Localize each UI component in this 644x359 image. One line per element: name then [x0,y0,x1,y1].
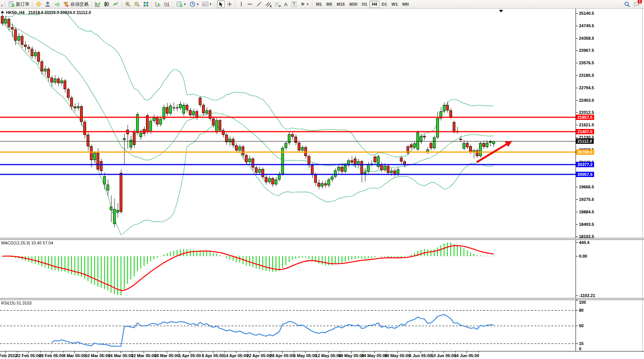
line-chart-icon [113,1,119,7]
timeframe-button-m15[interactable]: M15 [334,1,347,8]
signals-button[interactable] [53,0,61,8]
rsi-canvas[interactable] [0,300,576,351]
auto-scroll-icon [155,1,161,7]
price-tick-label: 24749.5 [579,23,594,28]
macd-pane: 440.40.00-1102.21 MACD(12,26,9) 10.45 57… [0,240,644,298]
time-tick [294,351,294,353]
text-label-letter: T [292,1,296,7]
price-tick-label: 25140.5 [579,11,594,16]
rsi-tick-label: 0 [579,347,581,351]
text-tool-button[interactable]: A [282,0,290,8]
price-tick-label: 18102.5 [579,234,594,238]
price-tick [576,38,578,39]
search-button[interactable] [623,0,632,8]
time-label: 28 Mar 05:00 [154,353,179,358]
time-label: 16 Feb 2022 [0,353,17,358]
price-level-tag: 21112.0 [576,138,594,144]
time-label: 6 Jun 05:00 [409,353,432,358]
candlestick-mode-button[interactable] [102,0,111,8]
timeframe-button-mn[interactable]: MN [400,1,411,8]
price-chart-canvas[interactable] [0,9,576,238]
bar-chart-mode-button[interactable] [93,0,102,8]
timeframe-button-m30[interactable]: M30 [347,1,360,8]
macd-tick-label: 440.4 [579,240,590,245]
line-chart-mode-button[interactable] [112,0,120,8]
rsi-tick-label: 80 [579,308,583,312]
dropdown-caret-icon: ▼ [209,3,212,6]
timeframe-button-m5[interactable]: M5 [324,1,334,8]
dropdown-caret-icon: ▼ [306,3,309,6]
toolbar-separator [173,1,174,8]
macd-canvas[interactable] [0,240,576,298]
text-label-tool-button[interactable]: T [290,0,298,8]
trendline-tool-button[interactable] [255,0,263,8]
macd-tick-label: -1102.21 [579,293,595,298]
symbol-timeframe-label: HK50-,H4 [6,10,25,15]
timeframe-button-d1[interactable]: D1 [379,1,389,8]
arrows-tool-icon [300,2,306,7]
zoom-out-button[interactable] [133,0,141,8]
time-label: 30 May 05:00 [385,353,410,358]
bar-chart-icon [95,1,101,7]
new-order-button[interactable]: 新订单 [7,0,31,8]
time-tick [421,351,421,353]
cursor-icon [218,2,223,7]
macd-label: MACD(12,26,9) 10.45 57.04 [1,241,53,245]
time-tick [328,351,329,353]
price-tick [576,125,578,125]
tile-windows-button[interactable] [142,0,150,8]
auto-trading-button[interactable]: 自动交易 [62,0,90,8]
channel-tool-button[interactable]: E [264,0,272,8]
price-level-tag: 21857.5 [576,115,594,120]
time-tick [455,351,456,353]
navigator-button[interactable] [43,0,52,8]
price-level-tag: 20377.2 [576,162,594,167]
clock-icon [189,1,196,7]
time-label: 1 Apr 05:00 [179,353,201,358]
cursor-tool-button[interactable] [217,0,225,8]
new-chart-button[interactable]: ▼ [175,0,188,8]
crosshair-tool-button[interactable] [225,0,234,8]
price-tick-label: 19275.5 [579,197,594,202]
time-label: 8 Apr 05:00 [202,353,224,358]
toolbar-separator [152,1,152,8]
chart-header: HK50-,H4 21018.0 21116.0 20924.0 21112.0 [2,10,91,15]
time-tick [17,351,17,353]
rsi-tick-label: 15 [579,341,583,346]
indicators-button[interactable]: ▼ [201,0,213,8]
timeframe-button-h4[interactable]: H4 [369,1,379,8]
time-tick [132,351,133,353]
time-tick [282,351,282,353]
price-tick-label: 23967.5 [579,48,594,53]
time-tick [363,351,363,353]
signal-icon [54,1,60,7]
fibonacci-tool-button[interactable]: F [273,0,281,8]
price-tick-label: 23185.5 [579,73,594,78]
toolbar-separator [235,1,236,8]
auto-scroll-button[interactable] [154,0,162,8]
chart-shift-button[interactable] [163,0,171,8]
time-tick [213,351,213,353]
timeframe-button-h1[interactable]: H1 [360,1,369,8]
periods-button[interactable]: ▼ [188,0,200,8]
arrows-tool-button[interactable]: ▼ [299,0,310,8]
timeframe-button-m1[interactable]: M1 [314,1,324,8]
text-tool-letter: A [284,2,287,7]
time-tick [432,351,433,353]
toolbar-separator [5,1,6,8]
time-label: 22 Apr 05:00 [247,353,271,358]
horizontal-line-tool-button[interactable] [246,0,254,8]
tile-windows-icon [143,1,149,7]
vertical-line-tool-button[interactable] [237,0,245,8]
price-tick [576,26,578,26]
timeframe-button-w1[interactable]: W1 [389,1,400,8]
market-watch-button[interactable] [34,0,43,8]
zoom-in-button[interactable] [124,0,132,8]
new-chart-icon [176,1,183,7]
time-axis[interactable]: 16 Feb 202222 Feb 05:0028 Feb 05:004 Mar… [0,351,644,359]
price-axis: 25140.524749.524358.523967.523576.523185… [576,9,642,238]
time-label: 4 Mar 05:00 [63,353,86,358]
time-tick [51,351,52,353]
notifications-button[interactable]: 1 [632,0,641,8]
main-toolbar: 新订单 自动交易 [0,0,644,9]
